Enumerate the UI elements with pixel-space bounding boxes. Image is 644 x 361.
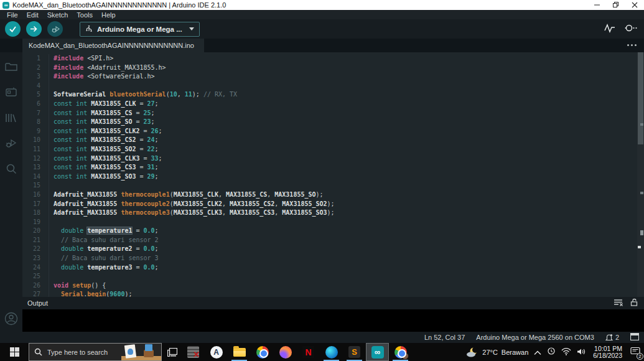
editor-scrollbar[interactable]	[637, 52, 644, 297]
board-selector-label: Arduino Mega or Mega ...	[97, 26, 182, 33]
code-line[interactable]: 17Adafruit_MAX31855 thermocouple2(MAX318…	[22, 200, 644, 209]
code-line[interactable]: 24 double temperature3 = 0.0;	[22, 263, 644, 273]
line-number: 8	[22, 118, 49, 127]
code-lines: 1#include <SPI.h>2#include <Adafruit_MAX…	[22, 52, 644, 297]
volume-icon[interactable]	[577, 347, 586, 358]
menu-bar: File Edit Sketch Tools Help	[0, 10, 644, 19]
code-line[interactable]: 27 Serial.begin(9600);	[22, 290, 644, 297]
code-line[interactable]: 11const int MAX31855_SO2 = 22;	[22, 145, 644, 154]
line-number: 7	[22, 109, 49, 118]
code-line[interactable]: 15	[22, 181, 644, 190]
taskbar-chrome[interactable]	[251, 343, 274, 361]
onedrive-tray-icon[interactable]	[547, 347, 556, 358]
magnifier-dots-icon	[624, 23, 638, 33]
code-line[interactable]: 20 double temperature1 = 0.0;	[22, 227, 644, 236]
action-center-button[interactable]: 2	[630, 347, 640, 358]
code-line[interactable]: 23 // Baca suhu dari sensor 3	[22, 254, 644, 263]
board-port-status[interactable]: Arduino Mega or Mega 2560 on COM3	[476, 334, 594, 341]
code-line[interactable]: 18Adafruit_MAX31855 thermocouple3(MAX318…	[22, 209, 644, 218]
tab-sketch-file[interactable]: KodeMAX_dan_BluetoothAGAINNNNNNNNNNNN.in…	[22, 39, 204, 52]
serial-monitor-button[interactable]	[624, 23, 638, 35]
search-icon[interactable]	[4, 162, 18, 176]
code-line[interactable]: 4	[22, 82, 644, 91]
taskbar-app-a[interactable]: A	[205, 343, 228, 361]
debug-button[interactable]	[47, 21, 63, 37]
line-number: 6	[22, 100, 49, 109]
start-button[interactable]	[0, 343, 29, 361]
upload-button[interactable]	[26, 21, 42, 37]
toggle-panel-icon[interactable]	[630, 332, 639, 343]
autoscroll-lock-icon[interactable]	[630, 298, 638, 309]
menu-help[interactable]: Help	[97, 11, 120, 19]
taskbar-search-input[interactable]: Type here to search	[29, 343, 162, 361]
code-line[interactable]: 16Adafruit_MAX31855 thermocouple1(MAX318…	[22, 190, 644, 200]
minimize-button[interactable]	[588, 0, 607, 10]
wifi-icon[interactable]	[561, 347, 571, 358]
task-view-button[interactable]	[163, 343, 182, 361]
notifications-bell[interactable]: 2	[605, 334, 619, 342]
scrollbar-thumb[interactable]	[638, 52, 643, 144]
code-line[interactable]: 21 // Baca suhu dari sensor 2	[22, 236, 644, 245]
code-line[interactable]: 22 double temperature2 = 0.0;	[22, 245, 644, 254]
code-line[interactable]: 2#include <Adafruit_MAX31855.h>	[22, 63, 644, 73]
code-line[interactable]: 10const int MAX31855_CS2 = 24;	[22, 136, 644, 145]
code-editor[interactable]: 1#include <SPI.h>2#include <Adafruit_MAX…	[22, 52, 644, 297]
menu-file[interactable]: File	[2, 11, 22, 19]
search-placeholder: Type here to search	[47, 349, 108, 356]
tray-chevron-up-icon[interactable]	[534, 347, 541, 358]
account-icon[interactable]	[4, 312, 18, 328]
debug-sidebar-icon[interactable]	[4, 136, 18, 150]
line-number: 10	[22, 136, 49, 145]
code-line[interactable]: 8const int MAX31855_SO = 23;	[22, 118, 644, 127]
line-number: 27	[22, 290, 49, 297]
line-number: 18	[22, 209, 49, 218]
menu-edit[interactable]: Edit	[22, 11, 43, 19]
code-line[interactable]: 12const int MAX31855_CLK3 = 33;	[22, 154, 644, 164]
taskbar-clock[interactable]: 10:01 PM 6/18/2023	[593, 345, 622, 359]
code-line[interactable]: 14const int MAX31855_SO3 = 29;	[22, 172, 644, 182]
line-number: 9	[22, 127, 49, 136]
menu-tools[interactable]: Tools	[72, 11, 97, 19]
close-button[interactable]	[625, 0, 644, 10]
line-number: 23	[22, 254, 49, 263]
waveform-icon	[604, 23, 615, 33]
output-panel-title: Output	[27, 299, 48, 307]
taskbar-firefox[interactable]	[274, 343, 297, 361]
windows-taskbar: Type here to search A N S ∞ 27°C	[0, 343, 644, 361]
restore-button[interactable]	[607, 0, 625, 10]
code-line[interactable]: 6const int MAX31855_CLK = 27;	[22, 100, 644, 109]
taskbar-edge[interactable]	[320, 343, 343, 361]
cursor-position[interactable]: Ln 52, Col 37	[424, 334, 465, 341]
verify-button[interactable]	[5, 21, 21, 37]
code-line[interactable]: 19	[22, 218, 644, 227]
code-line[interactable]: 1#include <SPI.h>	[22, 54, 644, 63]
line-number: 17	[22, 200, 49, 209]
taskbar-netflix[interactable]: N	[297, 343, 320, 361]
line-number: 11	[22, 145, 49, 154]
output-console[interactable]	[22, 309, 644, 332]
sketchbook-folder-icon[interactable]	[4, 60, 18, 73]
code-line[interactable]: 5SoftwareSerial bluetoothSerial(10, 11);…	[22, 90, 644, 100]
taskbar-file-explorer[interactable]	[228, 343, 251, 361]
board-selector-dropdown[interactable]: Arduino Mega or Mega ...	[80, 22, 200, 37]
more-actions-icon[interactable]	[627, 44, 637, 46]
serial-plotter-button[interactable]	[604, 23, 615, 35]
code-line[interactable]: 25	[22, 272, 644, 281]
taskbar-app-gridx[interactable]	[182, 343, 205, 361]
menu-sketch[interactable]: Sketch	[43, 11, 73, 19]
library-manager-icon[interactable]	[4, 111, 18, 124]
taskbar-arduino-ide-active[interactable]: ∞	[366, 343, 389, 361]
usb-icon	[85, 25, 93, 33]
code-line[interactable]: 13const int MAX31855_CS3 = 31;	[22, 163, 644, 172]
code-line[interactable]: 7const int MAX31855_CS = 25;	[22, 109, 644, 118]
taskbar-sublime[interactable]: S	[343, 343, 366, 361]
weather-widget[interactable]: 27°C Berawan	[466, 347, 528, 358]
boards-manager-icon[interactable]	[4, 85, 18, 99]
line-number: 21	[22, 236, 49, 245]
code-line[interactable]: 26void setup() {	[22, 281, 644, 291]
output-panel: Output	[22, 297, 644, 332]
code-line[interactable]: 9const int MAX31855_CLK2 = 26;	[22, 127, 644, 136]
code-line[interactable]: 3#include <SoftwareSerial.h>	[22, 72, 644, 82]
clear-output-icon[interactable]	[614, 298, 623, 309]
taskbar-chrome-profile[interactable]	[389, 343, 412, 361]
